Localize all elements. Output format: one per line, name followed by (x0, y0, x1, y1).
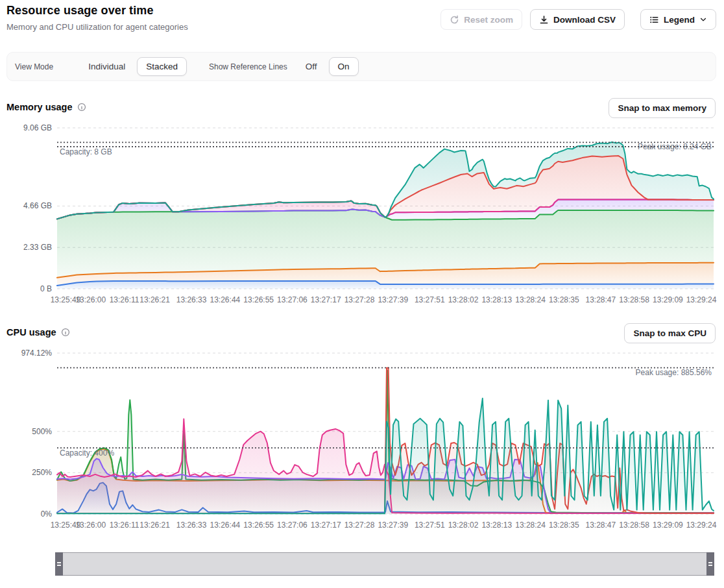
svg-text:13:28:35: 13:28:35 (549, 295, 579, 304)
brush-track[interactable] (56, 553, 714, 575)
svg-text:13:27:28: 13:27:28 (344, 521, 375, 530)
svg-text:974.12%: 974.12% (21, 349, 53, 358)
cpu-section-header: CPU usage (6, 327, 70, 337)
svg-text:13:27:51: 13:27:51 (415, 295, 445, 304)
legend-button[interactable]: Legend (640, 9, 716, 30)
chevron-down-icon (699, 16, 707, 23)
svg-text:0%: 0% (41, 509, 53, 519)
svg-text:13:28:47: 13:28:47 (585, 295, 616, 304)
svg-text:13:28:02: 13:28:02 (448, 295, 479, 304)
svg-text:13:28:58: 13:28:58 (619, 521, 649, 530)
memory-section-header: Memory usage (6, 102, 86, 112)
svg-text:13:28:35: 13:28:35 (549, 521, 579, 530)
svg-text:13:28:24: 13:28:24 (515, 521, 546, 530)
time-range-brush (55, 552, 714, 576)
cpu-section-title: CPU usage (6, 327, 56, 337)
svg-text:13:26:55: 13:26:55 (243, 521, 274, 530)
download-icon (539, 15, 549, 25)
snap-to-max-memory-button[interactable]: Snap to max memory (609, 98, 716, 118)
svg-text:13:26:55: 13:26:55 (243, 295, 274, 304)
view-mode-stacked[interactable]: Stacked (137, 57, 187, 76)
svg-text:13:26:21: 13:26:21 (139, 295, 170, 304)
svg-text:4.66 GB: 4.66 GB (23, 201, 52, 210)
svg-text:13:26:11: 13:26:11 (110, 295, 139, 304)
svg-text:13:27:39: 13:27:39 (378, 521, 408, 530)
cpu-chart[interactable]: 974.12%500%250%0%13:25:4913:26:0013:26:1… (0, 347, 724, 535)
svg-text:13:27:06: 13:27:06 (277, 521, 308, 530)
toolbar: Reset zoom Download CSV Legend (440, 9, 716, 30)
list-icon (649, 15, 659, 25)
svg-text:13:28:58: 13:28:58 (619, 295, 649, 304)
info-icon[interactable] (77, 103, 86, 112)
legend-label: Legend (664, 15, 695, 25)
svg-text:13:28:24: 13:28:24 (515, 295, 546, 304)
reset-zoom-label: Reset zoom (464, 15, 513, 25)
svg-text:Capacity: 400%: Capacity: 400% (60, 448, 114, 458)
svg-text:Capacity: 8 GB: Capacity: 8 GB (60, 147, 112, 156)
controls-bar: View Mode Individual Stacked Show Refere… (6, 52, 716, 81)
view-mode-individual[interactable]: Individual (80, 58, 133, 75)
svg-text:13:26:00: 13:26:00 (75, 295, 106, 304)
svg-text:13:27:17: 13:27:17 (311, 295, 341, 304)
show-reference-lines-label: Show Reference Lines (209, 62, 287, 71)
download-csv-label: Download CSV (553, 15, 616, 25)
reference-lines-on[interactable]: On (329, 57, 359, 76)
brush-left-handle[interactable] (55, 552, 63, 576)
svg-text:13:29:24: 13:29:24 (686, 295, 717, 304)
svg-text:13:26:11: 13:26:11 (110, 521, 139, 530)
svg-text:250%: 250% (32, 468, 52, 477)
svg-text:13:26:44: 13:26:44 (210, 295, 241, 304)
svg-text:13:26:33: 13:26:33 (176, 295, 207, 304)
svg-text:9.06 GB: 9.06 GB (23, 123, 52, 132)
brush-right-handle[interactable] (706, 552, 714, 576)
svg-text:13:29:24: 13:29:24 (686, 521, 717, 530)
info-icon[interactable] (61, 328, 70, 337)
svg-text:Peak usage: 885.56%: Peak usage: 885.56% (636, 368, 712, 377)
svg-text:13:27:28: 13:27:28 (344, 295, 375, 304)
svg-text:13:27:51: 13:27:51 (415, 521, 445, 530)
svg-text:13:26:21: 13:26:21 (139, 521, 170, 530)
svg-text:0 B: 0 B (40, 284, 52, 293)
svg-text:13:29:09: 13:29:09 (653, 521, 683, 530)
memory-chart[interactable]: 9.06 GB4.66 GB2.33 GB0 B13:25:4913:26:00… (0, 120, 724, 310)
svg-text:13:28:47: 13:28:47 (585, 521, 616, 530)
memory-section-title: Memory usage (6, 102, 73, 112)
svg-text:500%: 500% (32, 427, 52, 436)
svg-text:13:26:44: 13:26:44 (210, 521, 241, 530)
reference-lines-off[interactable]: Off (298, 58, 325, 75)
page-title: Resource usage over time (6, 4, 188, 18)
svg-text:2.33 GB: 2.33 GB (23, 243, 52, 252)
svg-text:13:26:33: 13:26:33 (176, 521, 207, 530)
svg-text:13:27:17: 13:27:17 (311, 521, 341, 530)
svg-text:13:28:13: 13:28:13 (481, 295, 512, 304)
svg-text:13:26:00: 13:26:00 (75, 521, 106, 530)
svg-text:13:29:09: 13:29:09 (653, 295, 683, 304)
refresh-icon (450, 15, 459, 25)
page-header: Resource usage over time Memory and CPU … (6, 4, 188, 32)
svg-text:13:28:13: 13:28:13 (481, 521, 512, 530)
page-subtitle: Memory and CPU utilization for agent cat… (6, 22, 188, 32)
reset-zoom-button[interactable]: Reset zoom (440, 9, 522, 30)
view-mode-label: View Mode (15, 62, 53, 71)
svg-text:13:28:02: 13:28:02 (448, 521, 479, 530)
snap-to-max-cpu-button[interactable]: Snap to max CPU (624, 323, 716, 343)
download-csv-button[interactable]: Download CSV (530, 9, 625, 30)
svg-text:13:27:39: 13:27:39 (378, 295, 408, 304)
svg-text:13:27:06: 13:27:06 (277, 295, 308, 304)
